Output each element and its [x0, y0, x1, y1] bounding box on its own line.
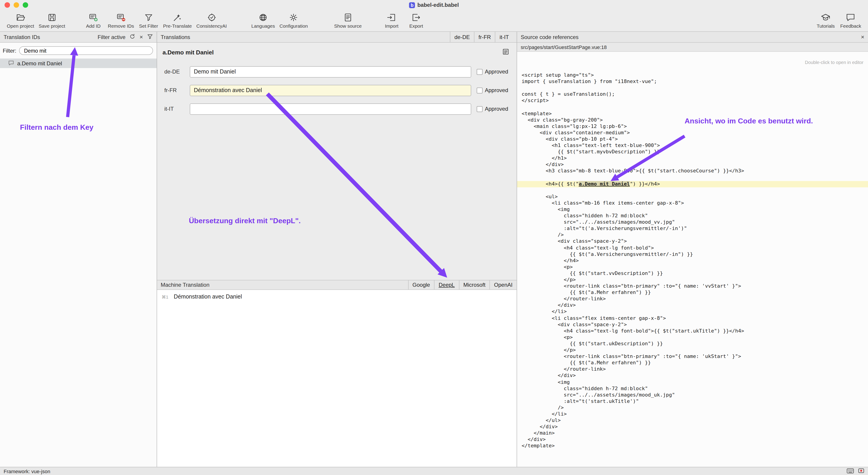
- code-line[interactable]: class="hidden h-72 md:block": [517, 385, 868, 392]
- code-line[interactable]: </p>: [517, 347, 868, 353]
- mt-provider-deepl[interactable]: DeepL: [434, 280, 459, 290]
- code-line[interactable]: </router-link>: [517, 296, 868, 302]
- code-line[interactable]: src="../../assets/images/mood_uk.jpg": [517, 392, 868, 398]
- code-line[interactable]: <li class="mb-16 flex items-center gap-x…: [517, 200, 868, 206]
- code-line[interactable]: class="hidden h-72 md:block": [517, 213, 868, 219]
- code-line[interactable]: {{ $t("start.myvbvDescription") }}: [517, 149, 868, 155]
- code-line[interactable]: <h1 class="text-left text-blue-900">: [517, 142, 868, 149]
- code-line[interactable]: <div class="space-y-2">: [517, 238, 868, 245]
- source-file-reference[interactable]: src/pages/start/GuestStartPage.vue:18: [517, 43, 868, 52]
- code-line[interactable]: <h4 class="text-lg font-bold">{{ $t("sta…: [517, 328, 868, 334]
- code-line[interactable]: </h1>: [517, 155, 868, 162]
- filter-input[interactable]: [19, 46, 153, 55]
- code-line[interactable]: </script>: [517, 98, 868, 104]
- code-line[interactable]: [517, 85, 868, 91]
- approved-checkbox-fr-fr[interactable]: Approved: [477, 87, 508, 94]
- code-line[interactable]: <h4>{{ $t("a.Demo mit Daniel") }}</h4>: [517, 181, 868, 187]
- close-panel-button[interactable]: ×: [861, 34, 864, 40]
- code-line[interactable]: [517, 104, 868, 110]
- code-line[interactable]: </template>: [517, 443, 868, 449]
- code-line[interactable]: </div>: [517, 373, 868, 379]
- code-line[interactable]: />: [517, 405, 868, 411]
- code-line[interactable]: <img: [517, 379, 868, 385]
- toolbar-button-show-source[interactable]: Show source: [332, 12, 364, 30]
- translation-input-de-de[interactable]: [190, 66, 471, 77]
- code-line[interactable]: </div>: [517, 424, 868, 430]
- code-line[interactable]: <script setup lang="ts">: [517, 72, 868, 78]
- language-tab-it-it[interactable]: it-IT: [495, 32, 513, 42]
- code-line[interactable]: </router-link>: [517, 366, 868, 373]
- close-window-button[interactable]: [4, 2, 10, 8]
- code-line[interactable]: </h4>: [517, 258, 868, 264]
- code-line[interactable]: <h4 class="text-lg font-bold">: [517, 245, 868, 251]
- code-line[interactable]: </div>: [517, 302, 868, 309]
- toolbar-button-save-project[interactable]: Save project: [36, 12, 67, 30]
- screen-record-icon[interactable]: [858, 468, 864, 475]
- language-tab-fr-fr[interactable]: fr-FR: [474, 32, 495, 42]
- toolbar-button-open-project[interactable]: Open project: [4, 12, 36, 30]
- toolbar-button-configuration[interactable]: Configuration: [277, 12, 310, 30]
- code-line[interactable]: {{ $t("a.Mehr erfahren") }}: [517, 360, 868, 366]
- approved-checkbox-de-de[interactable]: Approved: [477, 68, 508, 75]
- code-line[interactable]: <h3 class="mb-8 text-blue-900">{{ $t("st…: [517, 168, 868, 174]
- toolbar-button-remove-ids[interactable]: Remove IDs: [105, 12, 136, 30]
- code-line[interactable]: <router-link class="btn-primary" :to="{ …: [517, 353, 868, 360]
- code-line[interactable]: {{ $t("a.Mehr erfahren") }}: [517, 290, 868, 296]
- code-line[interactable]: {{ $t("a.Versicherungsvermittler/-in") }…: [517, 251, 868, 258]
- code-line[interactable]: [517, 187, 868, 194]
- code-line[interactable]: src="../../assets/images/mood_vv.jpg": [517, 219, 868, 226]
- code-line[interactable]: <li class="flex items-center gap-x-8">: [517, 315, 868, 321]
- code-line[interactable]: <template>: [517, 110, 868, 117]
- source-code-view[interactable]: Double-click to open in editor <script s…: [517, 52, 868, 467]
- code-line[interactable]: />: [517, 232, 868, 238]
- filter-funnel-button[interactable]: [147, 33, 153, 41]
- code-line[interactable]: [517, 174, 868, 181]
- machine-translation-suggestion[interactable]: ⌘1 Démonstration avec Daniel: [162, 294, 512, 300]
- code-line[interactable]: <img: [517, 206, 868, 213]
- code-line[interactable]: <p>: [517, 264, 868, 270]
- code-line[interactable]: </div>: [517, 437, 868, 443]
- code-line[interactable]: {{ $t("start.ukDescription") }}: [517, 341, 868, 347]
- refresh-filter-button[interactable]: [130, 33, 135, 41]
- checkbox[interactable]: [477, 87, 483, 93]
- code-line[interactable]: :alt="t('a.Versicherungsvermittler/-in')…: [517, 226, 868, 232]
- code-line[interactable]: const { t } = useTranslation();: [517, 92, 868, 98]
- code-line[interactable]: </main>: [517, 430, 868, 437]
- toolbar-button-consistencyai[interactable]: ConsistencyAI: [194, 12, 229, 30]
- code-line[interactable]: </div>: [517, 162, 868, 168]
- code-line[interactable]: {{ $t("start.vvDescription") }}: [517, 270, 868, 277]
- code-line[interactable]: <div class="space-y-2">: [517, 321, 868, 328]
- toolbar-button-import[interactable]: Import: [379, 12, 404, 30]
- code-line[interactable]: </p>: [517, 277, 868, 283]
- minimize-window-button[interactable]: [13, 2, 19, 8]
- comment-note-button[interactable]: [502, 48, 509, 55]
- language-tab-de-de[interactable]: de-DE: [450, 32, 474, 42]
- code-line[interactable]: </ul>: [517, 417, 868, 424]
- code-line[interactable]: <div class="pb-10 pt-4">: [517, 136, 868, 142]
- toolbar-button-export[interactable]: Export: [404, 12, 429, 30]
- approved-checkbox-it-it[interactable]: Approved: [477, 106, 508, 112]
- code-line[interactable]: <div class="container-medium">: [517, 130, 868, 136]
- keyboard-icon[interactable]: [847, 468, 854, 474]
- mt-provider-google[interactable]: Google: [408, 280, 434, 290]
- code-line[interactable]: import { useTranslation } from "i18next-…: [517, 78, 868, 85]
- mt-provider-microsoft[interactable]: Microsoft: [459, 280, 489, 290]
- checkbox[interactable]: [477, 69, 483, 75]
- toolbar-button-set-filter[interactable]: Set Filter: [136, 12, 161, 30]
- code-line[interactable]: <ul>: [517, 194, 868, 200]
- translation-id-item[interactable]: a.Demo mit Daniel: [0, 59, 157, 68]
- toolbar-button-add-id[interactable]: Add ID: [81, 12, 105, 30]
- toolbar-button-tutorials[interactable]: Tutorials: [813, 12, 838, 30]
- mt-provider-openai[interactable]: OpenAI: [490, 280, 517, 290]
- toolbar-button-languages[interactable]: Languages: [249, 12, 277, 30]
- toolbar-button-pre-translate[interactable]: Pre-Translate: [161, 12, 194, 30]
- code-line[interactable]: :alt="t('start.ukTitle')": [517, 398, 868, 405]
- checkbox[interactable]: [477, 106, 483, 112]
- code-line[interactable]: </li>: [517, 309, 868, 315]
- clear-filter-button[interactable]: ×: [140, 34, 143, 40]
- code-line[interactable]: </li>: [517, 411, 868, 417]
- code-line[interactable]: <router-link class="btn-primary" :to="{ …: [517, 283, 868, 290]
- zoom-window-button[interactable]: [23, 2, 28, 8]
- translation-input-fr-fr[interactable]: [190, 84, 471, 96]
- code-line[interactable]: <p>: [517, 334, 868, 341]
